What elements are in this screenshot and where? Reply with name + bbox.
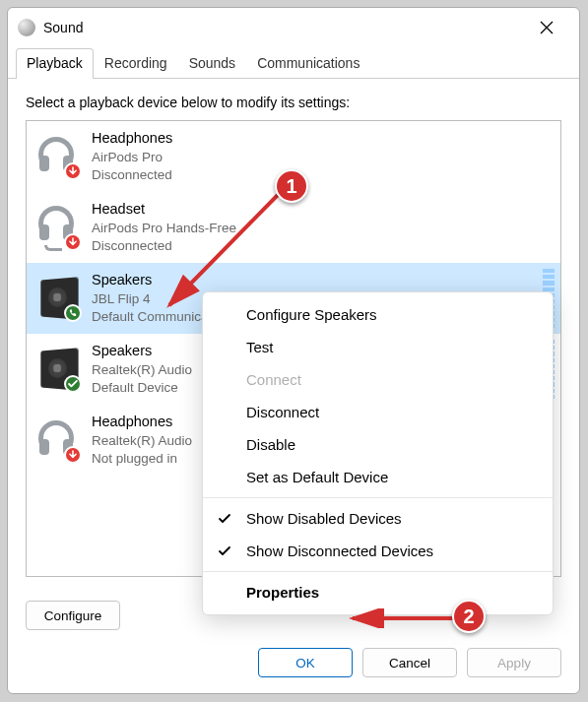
- tab-sounds[interactable]: Sounds: [178, 48, 246, 79]
- tab-communications[interactable]: Communications: [246, 48, 370, 79]
- device-name: Headset: [92, 200, 236, 220]
- configure-button[interactable]: Configure: [26, 601, 120, 630]
- disconnected-badge-icon: [64, 233, 82, 251]
- annotation-marker-2: 2: [452, 600, 486, 633]
- headset-icon: [36, 206, 80, 249]
- menu-configure-speakers[interactable]: Configure Speakers: [203, 298, 553, 331]
- device-sub: AirPods Pro Hands-Free: [92, 220, 236, 237]
- dialog-footer: OK Cancel Apply: [8, 638, 579, 693]
- close-button[interactable]: [524, 12, 569, 43]
- annotation-marker-1: 1: [275, 169, 308, 203]
- menu-properties[interactable]: Properties: [203, 576, 553, 608]
- ok-button[interactable]: OK: [258, 648, 353, 677]
- tab-playback[interactable]: Playback: [16, 48, 94, 79]
- checkmark-icon: [217, 543, 232, 559]
- speaker-icon: [36, 277, 80, 320]
- default-comm-badge-icon: [64, 304, 82, 322]
- device-sub: Realtek(R) Audio: [92, 361, 192, 379]
- sound-app-icon: [18, 19, 35, 36]
- tab-recording[interactable]: Recording: [94, 48, 178, 79]
- menu-disconnect[interactable]: Disconnect: [203, 396, 553, 428]
- instruction-text: Select a playback device below to modify…: [26, 95, 561, 110]
- default-badge-icon: [64, 375, 82, 393]
- menu-show-disabled[interactable]: Show Disabled Devices: [203, 502, 553, 535]
- device-name: Headphones: [92, 413, 192, 432]
- device-status: Disconnected: [92, 237, 236, 255]
- window-title: Sound: [43, 20, 83, 35]
- device-status: Not plugged in: [92, 450, 192, 468]
- tab-strip: Playback Recording Sounds Communications: [8, 47, 579, 79]
- menu-separator: [203, 497, 553, 498]
- device-name: Speakers: [92, 271, 281, 290]
- device-status: Disconnected: [92, 166, 172, 184]
- menu-set-default[interactable]: Set as Default Device: [203, 461, 553, 493]
- menu-show-disconnected[interactable]: Show Disconnected Devices: [203, 535, 553, 567]
- apply-button: Apply: [467, 648, 561, 677]
- device-name: Speakers: [92, 342, 192, 361]
- menu-disable[interactable]: Disable: [203, 428, 553, 461]
- menu-label: Show Disabled Devices: [246, 510, 402, 527]
- menu-connect: Connect: [203, 363, 553, 396]
- close-icon: [540, 21, 554, 34]
- headphone-icon: [36, 418, 80, 462]
- menu-separator: [203, 571, 553, 572]
- cancel-button[interactable]: Cancel: [362, 648, 457, 677]
- unplugged-badge-icon: [64, 446, 82, 464]
- headphone-icon: [36, 135, 80, 178]
- menu-label: Show Disconnected Devices: [246, 542, 433, 559]
- menu-test[interactable]: Test: [203, 331, 553, 363]
- device-sub: Realtek(R) Audio: [92, 432, 192, 450]
- context-menu: Configure Speakers Test Connect Disconne…: [202, 291, 554, 615]
- device-status: Default Device: [92, 379, 192, 397]
- titlebar: Sound: [8, 8, 579, 47]
- speaker-icon: [36, 348, 80, 391]
- checkmark-icon: [217, 511, 232, 527]
- device-name: Headphones: [92, 129, 172, 149]
- disconnected-badge-icon: [64, 162, 82, 180]
- device-sub: AirPods Pro: [92, 149, 172, 166]
